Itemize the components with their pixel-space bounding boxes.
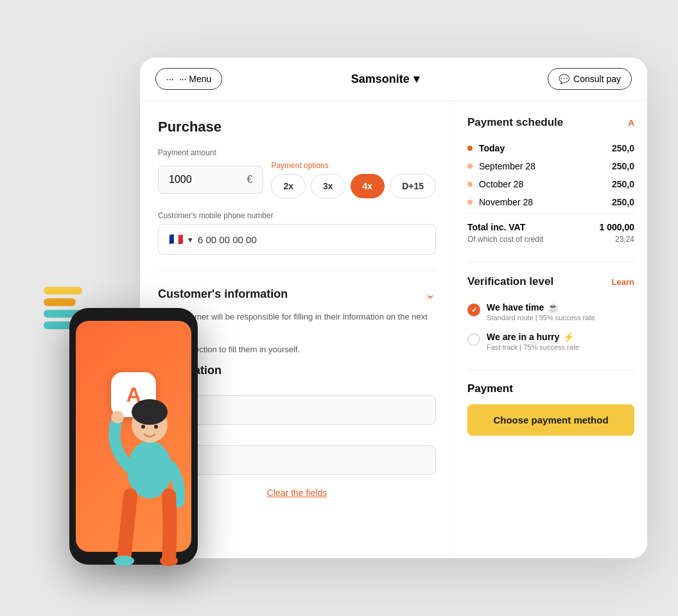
- total-label: Total inc. VAT: [467, 222, 525, 232]
- slow-option-text: We have time ☕ Standard route | 95% succ…: [487, 302, 634, 321]
- svg-point-6: [141, 425, 145, 429]
- currency-symbol: €: [247, 174, 253, 185]
- phone-input[interactable]: 🇫🇷 ▾ 6 00 00 00 00: [158, 224, 436, 255]
- payment-section: Payment Choose payment method: [467, 382, 634, 436]
- radio-slow[interactable]: [467, 304, 480, 316]
- brand-name: Samsonite ▾: [351, 72, 419, 86]
- verification-option-fast[interactable]: We are in a hurry ⚡ Fast track | 75% suc…: [467, 327, 634, 356]
- option-2x[interactable]: 2x: [271, 174, 306, 198]
- payment-options: 2x 3x 4x D+15: [271, 174, 436, 198]
- credit-value: 23,24: [615, 235, 634, 244]
- flag-dropdown: ▾: [188, 235, 193, 244]
- schedule-title: Payment schedule: [467, 116, 563, 129]
- oct-amount: 250,0: [612, 179, 634, 189]
- see-all-link[interactable]: A: [629, 118, 634, 128]
- verification-header: Verification level Learn: [467, 275, 634, 288]
- customer-info-header: Customer's information ⌄: [158, 286, 436, 302]
- nov-label: November 28: [479, 197, 533, 207]
- svg-point-5: [160, 556, 178, 566]
- menu-icon: ···: [166, 74, 174, 84]
- brand-dropdown-icon[interactable]: ▾: [413, 72, 419, 86]
- learn-link[interactable]: Learn: [612, 277, 634, 287]
- fast-option-title: We are in a hurry ⚡: [487, 332, 634, 342]
- amount-row: 1000 € Payment options 2x 3x 4x D+15: [158, 161, 436, 198]
- amount-value: 1000: [169, 174, 192, 185]
- verification-title: Verification level: [467, 275, 553, 288]
- top-nav: ··· ··· Menu Samsonite ▾ 💬 Consult pay: [140, 58, 647, 101]
- nov-dot: [467, 200, 473, 205]
- menu-label: ··· Menu: [179, 74, 212, 84]
- total-section: Total inc. VAT 1 000,00 Of which cost of…: [467, 214, 634, 244]
- nov-amount: 250,0: [612, 197, 634, 207]
- info-text-span: The customer will be responsible for fil…: [158, 312, 428, 334]
- main-card: ··· ··· Menu Samsonite ▾ 💬 Consult pay P…: [140, 58, 647, 558]
- schedule-row-oct: October 28 250,0: [467, 175, 634, 193]
- slow-option-subtitle: Standard route | 95% success rate: [487, 314, 634, 321]
- payment-options-label: Payment options: [271, 161, 436, 170]
- today-dot: [467, 146, 473, 151]
- payment-schedule-section: Payment schedule A Today 250,0 Sep: [467, 116, 634, 244]
- collapse-icon[interactable]: ⌄: [425, 286, 436, 302]
- credit-label: Of which cost of credit: [467, 235, 543, 244]
- content-area: Purchase Payment amount 1000 € Payment o…: [140, 101, 647, 558]
- option-4x[interactable]: 4x: [351, 174, 385, 198]
- svg-point-2: [132, 399, 168, 425]
- today-amount: 250,0: [612, 143, 634, 153]
- payment-options-wrapper: Payment options 2x 3x 4x D+15: [271, 161, 436, 198]
- fast-option-text: We are in a hurry ⚡ Fast track | 75% suc…: [487, 332, 634, 351]
- schedule-header: Payment schedule A: [467, 116, 634, 129]
- right-panel: Payment schedule A Today 250,0 Sep: [455, 101, 647, 558]
- menu-button[interactable]: ··· ··· Menu: [155, 68, 222, 90]
- choose-payment-button[interactable]: Choose payment method: [467, 404, 634, 436]
- flag-icon: 🇫🇷: [169, 232, 183, 246]
- svg-point-7: [154, 425, 158, 429]
- fast-icon: ⚡: [563, 332, 574, 342]
- person-illustration: [89, 341, 211, 566]
- payment-amount-label: Payment amount: [158, 148, 436, 157]
- section-divider: [158, 270, 436, 271]
- slow-option-title: We have time ☕: [487, 302, 634, 312]
- divider-2: [467, 369, 634, 370]
- schedule-row-sep: September 28 250,0: [467, 157, 634, 175]
- sep-label: September 28: [479, 161, 535, 171]
- consult-label: Consult pay: [573, 74, 621, 84]
- fast-option-subtitle: Fast track | 75% success rate: [487, 343, 634, 351]
- sep-dot: [467, 164, 473, 169]
- total-row: Total inc. VAT 1 000,00: [467, 222, 634, 232]
- deco-bar-1: [44, 287, 82, 295]
- option-d15[interactable]: D+15: [390, 174, 436, 198]
- oct-dot: [467, 182, 473, 187]
- slow-icon: ☕: [548, 302, 559, 312]
- brand-text: Samsonite: [351, 73, 410, 86]
- svg-point-4: [114, 556, 134, 566]
- today-label: Today: [479, 143, 505, 153]
- consult-icon: 💬: [559, 74, 569, 84]
- svg-point-3: [111, 411, 124, 424]
- divider: [467, 262, 634, 262]
- sep-amount: 250,0: [612, 161, 634, 171]
- credit-row: Of which cost of credit 23,24: [467, 235, 634, 244]
- radio-fast[interactable]: [467, 333, 480, 346]
- deco-bar-2: [44, 298, 76, 306]
- payment-title: Payment: [467, 382, 634, 395]
- schedule-row-today: Today 250,0: [467, 139, 634, 157]
- amount-input[interactable]: 1000 €: [158, 166, 263, 194]
- customer-info-title: Customer's information: [158, 287, 288, 301]
- customer-info-text1: The customer will be responsible for fil…: [158, 311, 436, 336]
- phone-label: Customer's mobile phone number: [158, 211, 436, 220]
- total-value: 1 000,00: [600, 222, 635, 232]
- schedule-row-nov: November 28 250,0: [467, 193, 634, 211]
- verification-option-slow[interactable]: We have time ☕ Standard route | 95% succ…: [467, 297, 634, 327]
- verification-section: Verification level Learn We have time ☕ …: [467, 275, 634, 356]
- phone-number: 6 00 00 00 00: [198, 234, 425, 245]
- option-3x[interactable]: 3x: [311, 174, 345, 198]
- consult-button[interactable]: 💬 Consult pay: [548, 68, 632, 90]
- purchase-title: Purchase: [158, 119, 436, 135]
- oct-label: October 28: [479, 179, 523, 189]
- flag-select[interactable]: ▾: [188, 235, 193, 244]
